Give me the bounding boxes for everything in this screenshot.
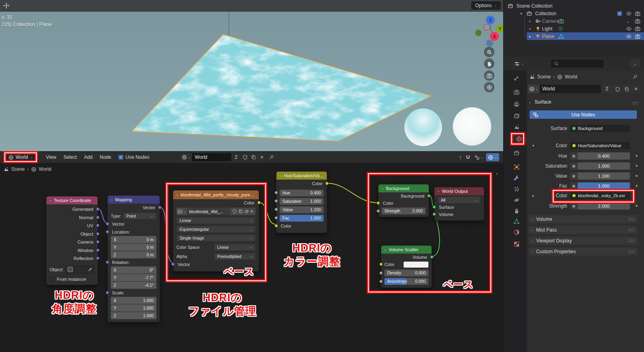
browse-world-button[interactable]: ⌄ bbox=[528, 85, 540, 93]
pan-hand-button[interactable] bbox=[484, 58, 494, 69]
socket-strength-input[interactable] bbox=[376, 209, 380, 213]
panel-grip[interactable] bbox=[632, 102, 638, 105]
duplicate-datablock-button[interactable] bbox=[622, 85, 631, 93]
gizmo-neg-z-axis[interactable] bbox=[486, 40, 493, 47]
duplicate-icon[interactable] bbox=[238, 209, 243, 214]
socket-color-output[interactable] bbox=[257, 201, 261, 204]
socket-window-output[interactable] bbox=[96, 248, 100, 252]
node-world-output[interactable]: ⌄World Output All⌄ Surface Volume bbox=[434, 187, 484, 221]
gizmo-x-axis[interactable]: X bbox=[490, 32, 499, 41]
interpolation-dropdown[interactable]: Linear⌄ bbox=[176, 217, 256, 224]
outliner-row-plane[interactable]: ▸ Plane bbox=[504, 32, 644, 40]
disable-render-camera-icon[interactable] bbox=[635, 18, 640, 24]
user-count-button[interactable]: 2 bbox=[232, 153, 240, 161]
node-header[interactable]: ⌄Volume Scatter bbox=[381, 246, 432, 254]
socket-anisotropy-input[interactable] bbox=[379, 280, 383, 283]
user-count-button[interactable]: 2 bbox=[601, 85, 612, 93]
options-button[interactable]: Options ⌄ bbox=[471, 1, 501, 10]
use-nodes-checkbox[interactable]: ✓ Use Nodes bbox=[118, 154, 149, 160]
location-vector-fields[interactable]: X0 m Y0 m Z0 m bbox=[111, 236, 156, 258]
expand-icon[interactable]: ▸ bbox=[529, 34, 531, 38]
gizmo-neg-y-axis[interactable] bbox=[475, 30, 482, 36]
outliner-row-light[interactable]: ▸ Light bbox=[504, 25, 644, 32]
node-editor-canvas[interactable]: Scene › World ‹ ⌄Texture Coordinate Gene… bbox=[0, 162, 503, 352]
panel-mist-pass[interactable]: ›Mist Pass bbox=[528, 226, 638, 234]
outliner-row-scene-collection[interactable]: Scene Collection bbox=[504, 2, 644, 10]
world-name-field[interactable]: World bbox=[540, 85, 601, 93]
expand-icon[interactable]: ▾ bbox=[520, 12, 522, 16]
fake-user-shield-button[interactable] bbox=[613, 85, 622, 93]
gizmo-z-axis[interactable]: Z bbox=[486, 16, 495, 24]
collapse-icon[interactable]: ⌄ bbox=[279, 172, 282, 180]
node-texture-coordinate[interactable]: ⌄Texture Coordinate Generated Normal UV … bbox=[46, 196, 98, 285]
mapping-type-dropdown[interactable]: Point⌄ bbox=[123, 212, 156, 220]
gizmo-neg-x-axis[interactable] bbox=[483, 24, 490, 31]
tab-texture[interactable] bbox=[511, 239, 522, 249]
socket-density-input[interactable] bbox=[379, 271, 383, 275]
collapse-icon[interactable]: ⌄ bbox=[110, 196, 113, 204]
surface-shader-field[interactable]: Background bbox=[570, 125, 630, 132]
animate-dot[interactable] bbox=[636, 205, 638, 207]
node-volume-scatter[interactable]: ⌄Volume Scatter Volume Color Density0.00… bbox=[381, 245, 432, 288]
collapse-icon[interactable]: ⌄ bbox=[381, 184, 384, 192]
socket-normal-output[interactable] bbox=[96, 216, 100, 219]
world-datablock-selector[interactable]: ⌄ World 2 ✕ bbox=[528, 85, 640, 93]
expand-icon[interactable]: ▸ bbox=[529, 27, 531, 31]
socket-color-input[interactable] bbox=[274, 224, 278, 228]
orthographic-grid-button[interactable] bbox=[484, 82, 494, 92]
tab-object-data[interactable] bbox=[511, 216, 522, 226]
unlink-icon[interactable]: ✕ bbox=[250, 209, 254, 214]
duplicate-datablock-button[interactable] bbox=[250, 153, 257, 161]
pack-icon[interactable] bbox=[244, 209, 249, 214]
socket-volume-output[interactable] bbox=[430, 255, 434, 259]
animate-dot[interactable] bbox=[636, 175, 638, 177]
snap-magnet-icon[interactable] bbox=[465, 154, 471, 160]
exclude-checkbox[interactable]: ✓ bbox=[617, 11, 622, 16]
image-name-field[interactable]: kloofendal_48d_... bbox=[187, 209, 230, 214]
move-tool-icon[interactable] bbox=[3, 2, 10, 9]
tab-tool[interactable] bbox=[511, 73, 522, 83]
collapse-icon[interactable]: ⌄ bbox=[176, 190, 179, 199]
node-header[interactable]: ⌄Background bbox=[378, 184, 429, 192]
node-hue-saturation-value[interactable]: ⌄Hue/Saturation/Value Color Hue0.400 Sat… bbox=[276, 171, 327, 233]
hide-eye-icon[interactable] bbox=[626, 34, 632, 39]
saturation-slider[interactable]: 1.000 bbox=[578, 162, 630, 170]
tab-output[interactable] bbox=[511, 99, 522, 109]
output-target-dropdown[interactable]: All⌄ bbox=[438, 196, 481, 204]
color-image-field[interactable]: kloofendal...esky_2k.exr bbox=[570, 192, 630, 199]
hide-eye-icon[interactable] bbox=[626, 26, 632, 32]
expand-icon[interactable]: ▸ bbox=[529, 19, 531, 23]
panel-volume[interactable]: ›Volume bbox=[528, 215, 638, 223]
image-datablock-row[interactable]: ⌄ kloofendal_48d_... ✕ bbox=[176, 208, 256, 215]
object-field[interactable] bbox=[66, 266, 94, 274]
collapse-icon[interactable]: ⌄ bbox=[437, 187, 440, 195]
hue-slider[interactable]: 0.400 bbox=[578, 152, 630, 160]
outliner[interactable]: Scene Collection ▾ Collection ✓ ▸ Camera… bbox=[504, 0, 644, 57]
menu-view[interactable]: View bbox=[46, 154, 56, 160]
node-header[interactable]: ⌄World Output bbox=[434, 187, 484, 195]
node-header[interactable]: ⌄kloofendal_48d_partly_cloudy_puresky_..… bbox=[173, 190, 259, 199]
unlink-button[interactable]: ✕ bbox=[258, 153, 266, 161]
disable-render-camera-icon[interactable] bbox=[635, 26, 640, 32]
density-slider[interactable]: Density0.000 bbox=[384, 270, 428, 276]
saturation-slider[interactable]: Saturation1.000 bbox=[280, 198, 324, 205]
socket-color-input[interactable] bbox=[379, 262, 383, 266]
use-nodes-button[interactable]: Use Nodes bbox=[530, 110, 637, 119]
socket-location-input[interactable] bbox=[106, 230, 109, 234]
pin-icon[interactable] bbox=[269, 155, 274, 160]
scale-vector-fields[interactable]: X1.000 Y1.000 Z1.000 bbox=[111, 297, 156, 319]
surface-panel-header[interactable]: ⌄ Surface bbox=[528, 99, 551, 105]
gizmo-y-axis[interactable]: Y bbox=[496, 25, 503, 33]
tab-view-layer[interactable] bbox=[511, 111, 522, 121]
go-to-parent-button[interactable]: ↑ bbox=[459, 154, 462, 160]
socket-vector-input[interactable] bbox=[171, 262, 175, 266]
color-swatch[interactable] bbox=[404, 262, 428, 268]
strength-slider[interactable]: Strength2.000 bbox=[382, 208, 426, 214]
collapse-icon[interactable]: ⌄ bbox=[384, 246, 387, 254]
visibility-chevron-icon[interactable]: ⌄ bbox=[626, 19, 629, 23]
animate-dot[interactable] bbox=[636, 165, 638, 167]
animate-dot[interactable] bbox=[636, 155, 638, 157]
node-background[interactable]: ⌄Background Background Color Strength2.0… bbox=[378, 184, 429, 217]
zoom-button[interactable] bbox=[484, 47, 494, 57]
viewport-3d[interactable]: s: 31 225) Collection | Plane Z Y X bbox=[0, 11, 503, 151]
